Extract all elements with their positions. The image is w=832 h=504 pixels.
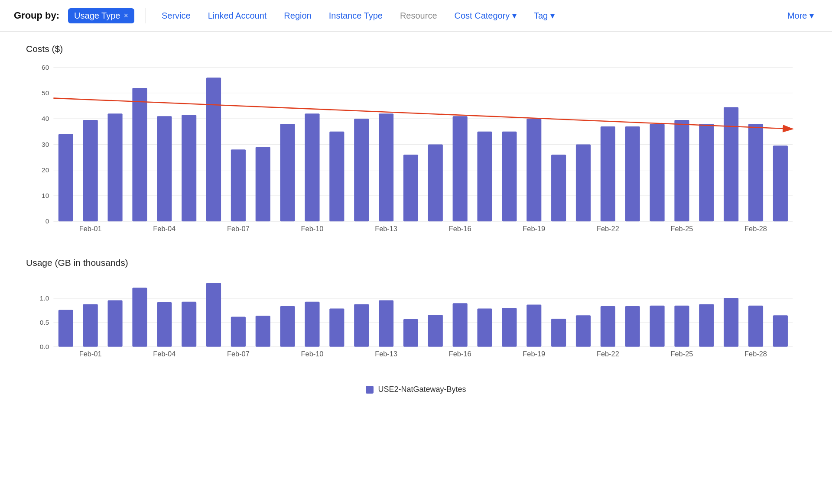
svg-rect-43 <box>748 124 763 221</box>
cost-chart-section: Costs ($) 0102030405060Feb-01Feb-04Feb-0… <box>26 44 806 249</box>
svg-text:Feb-25: Feb-25 <box>671 350 693 358</box>
svg-text:Feb-01: Feb-01 <box>79 225 102 233</box>
svg-rect-87 <box>674 306 689 347</box>
svg-rect-40 <box>674 120 689 221</box>
active-filter-label: Usage Type <box>74 11 120 21</box>
svg-rect-31 <box>453 116 468 221</box>
svg-rect-22 <box>231 149 246 221</box>
toolbar-divider <box>146 8 146 23</box>
cost-chart-svg: 0102030405060Feb-01Feb-04Feb-07Feb-10Feb… <box>26 58 806 245</box>
svg-text:20: 20 <box>42 166 49 174</box>
svg-rect-15 <box>58 134 73 222</box>
svg-rect-71 <box>280 306 295 347</box>
svg-rect-75 <box>379 300 393 347</box>
svg-text:30: 30 <box>42 141 49 148</box>
svg-rect-85 <box>625 306 640 347</box>
svg-rect-91 <box>773 315 788 347</box>
svg-text:50: 50 <box>42 89 49 97</box>
svg-text:40: 40 <box>42 115 49 122</box>
svg-rect-26 <box>329 132 344 222</box>
svg-text:Feb-07: Feb-07 <box>227 350 250 358</box>
chart-legend: USE2-NatGateway-Bytes <box>26 385 806 394</box>
svg-rect-29 <box>403 155 418 221</box>
svg-rect-73 <box>329 309 344 347</box>
svg-rect-90 <box>748 306 763 347</box>
tag-button[interactable]: Tag ▾ <box>530 8 559 23</box>
cost-chart-container: 0102030405060Feb-01Feb-04Feb-07Feb-10Feb… <box>26 58 806 249</box>
svg-text:0.0: 0.0 <box>40 343 49 350</box>
usage-chart-title: Usage (GB in thousands) <box>26 258 806 268</box>
svg-rect-44 <box>773 145 788 221</box>
svg-rect-42 <box>724 107 738 221</box>
svg-rect-25 <box>305 113 319 221</box>
svg-rect-16 <box>83 120 98 221</box>
linked-account-button[interactable]: Linked Account <box>204 8 271 23</box>
svg-text:0: 0 <box>46 217 49 225</box>
svg-rect-30 <box>428 144 443 221</box>
charts-area: Costs ($) 0102030405060Feb-01Feb-04Feb-0… <box>0 32 832 403</box>
svg-text:Feb-16: Feb-16 <box>449 225 471 233</box>
svg-rect-66 <box>157 302 172 347</box>
cost-category-button[interactable]: Cost Category ▾ <box>450 8 521 23</box>
svg-text:Feb-13: Feb-13 <box>375 225 397 233</box>
svg-rect-35 <box>551 155 566 221</box>
close-icon[interactable]: × <box>124 11 128 20</box>
svg-rect-74 <box>354 304 369 346</box>
legend-label: USE2-NatGateway-Bytes <box>378 385 466 394</box>
svg-text:Feb-16: Feb-16 <box>449 350 471 358</box>
service-button[interactable]: Service <box>157 8 195 23</box>
svg-rect-33 <box>502 132 517 222</box>
svg-text:Feb-19: Feb-19 <box>523 225 545 233</box>
cost-chart-title: Costs ($) <box>26 44 806 54</box>
svg-rect-18 <box>132 88 147 221</box>
svg-rect-77 <box>428 315 443 347</box>
active-filter-chip[interactable]: Usage Type × <box>68 8 134 23</box>
svg-text:Feb-13: Feb-13 <box>375 350 397 358</box>
svg-rect-82 <box>551 319 566 347</box>
region-button[interactable]: Region <box>280 8 315 23</box>
svg-rect-38 <box>625 126 640 221</box>
svg-text:Feb-22: Feb-22 <box>597 225 619 233</box>
svg-text:Feb-04: Feb-04 <box>153 350 176 358</box>
svg-rect-76 <box>403 319 418 347</box>
svg-rect-81 <box>526 305 541 347</box>
group-by-label: Group by: <box>14 10 59 21</box>
instance-type-button[interactable]: Instance Type <box>325 8 387 23</box>
svg-rect-63 <box>83 304 98 346</box>
more-button[interactable]: More ▾ <box>783 8 818 23</box>
toolbar: Group by: Usage Type × Service Linked Ac… <box>0 0 832 32</box>
svg-text:Feb-10: Feb-10 <box>301 225 324 233</box>
svg-rect-39 <box>650 124 665 221</box>
svg-text:Feb-28: Feb-28 <box>744 225 767 233</box>
legend-color-box <box>366 386 374 394</box>
usage-chart-container: 0.00.51.0Feb-01Feb-04Feb-07Feb-10Feb-13F… <box>26 272 806 376</box>
svg-rect-80 <box>502 308 517 346</box>
svg-text:Feb-22: Feb-22 <box>597 350 619 358</box>
svg-text:Feb-19: Feb-19 <box>523 350 545 358</box>
svg-rect-23 <box>256 147 270 221</box>
svg-rect-20 <box>182 115 196 221</box>
svg-rect-69 <box>231 317 246 347</box>
svg-text:Feb-04: Feb-04 <box>153 225 176 233</box>
svg-rect-88 <box>699 304 714 346</box>
svg-rect-72 <box>305 302 319 347</box>
svg-rect-17 <box>108 113 123 221</box>
usage-chart-section: Usage (GB in thousands) 0.00.51.0Feb-01F… <box>26 258 806 376</box>
svg-rect-27 <box>354 119 369 221</box>
svg-text:Feb-07: Feb-07 <box>227 225 250 233</box>
svg-rect-19 <box>157 116 172 221</box>
svg-rect-78 <box>453 303 468 347</box>
svg-rect-24 <box>280 124 295 221</box>
svg-rect-83 <box>576 315 591 347</box>
svg-rect-32 <box>477 132 492 222</box>
svg-text:Feb-01: Feb-01 <box>79 350 102 358</box>
resource-button[interactable]: Resource <box>396 8 442 23</box>
svg-text:Feb-10: Feb-10 <box>301 350 324 358</box>
svg-text:10: 10 <box>42 192 49 199</box>
svg-rect-62 <box>58 310 73 347</box>
svg-rect-79 <box>477 309 492 347</box>
svg-text:Feb-25: Feb-25 <box>671 225 693 233</box>
svg-rect-64 <box>108 300 123 347</box>
svg-rect-28 <box>379 113 393 221</box>
svg-text:Feb-28: Feb-28 <box>744 350 767 358</box>
